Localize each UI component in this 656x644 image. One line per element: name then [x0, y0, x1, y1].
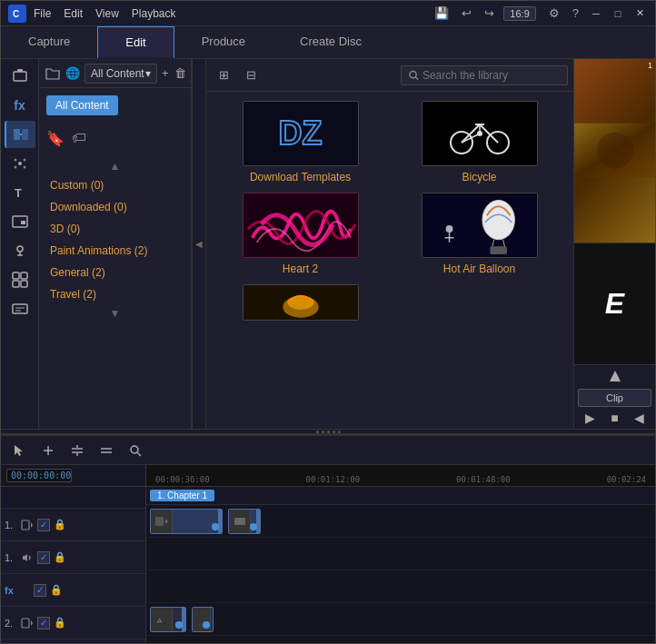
svg-point-10	[14, 166, 16, 169]
menu-edit[interactable]: Edit	[64, 7, 83, 20]
track-1-lock[interactable]: 🔒	[54, 519, 66, 530]
tab-produce[interactable]: Produce	[174, 26, 273, 58]
clip-thumb-1	[151, 510, 173, 533]
time-start-input[interactable]: 00:00:00:00	[6, 469, 72, 482]
track-1a-check[interactable]	[37, 551, 50, 564]
zoom-timeline-btn[interactable]	[124, 440, 146, 461]
collapse-btn[interactable]	[95, 440, 117, 461]
sidebar-subtitle-icon[interactable]	[5, 295, 35, 322]
grid-layout-btn[interactable]: ⊞	[212, 64, 235, 86]
step-back-button[interactable]: ◀	[634, 411, 644, 425]
stop-button[interactable]: ■	[611, 411, 618, 425]
sidebar-audio-icon[interactable]	[5, 237, 35, 264]
tab-create-disc[interactable]: Create Disc	[273, 26, 389, 58]
grid-item-heart2[interactable]: Heart 2	[215, 193, 385, 275]
delete-btn[interactable]: 🗑	[174, 63, 187, 84]
track-1a-row	[146, 538, 655, 570]
thumb-balloon	[422, 193, 538, 258]
content-dropdown[interactable]: All Content ▾	[84, 64, 157, 84]
preview-thumb-1: 1	[574, 59, 655, 243]
filter-sidebar-header: All Content	[39, 88, 191, 123]
svg-marker-50	[15, 445, 23, 456]
minimize-button[interactable]: ─	[588, 5, 604, 22]
svg-rect-18	[13, 272, 19, 279]
svg-point-8	[14, 159, 16, 162]
list-layout-btn[interactable]: ⊟	[239, 64, 263, 86]
expand-track-btn[interactable]	[66, 440, 88, 461]
clip-info-dot-2a	[175, 621, 183, 629]
redo-icon[interactable]: ↪	[481, 5, 498, 22]
svg-rect-14	[21, 221, 25, 224]
filter-paint-animations[interactable]: Paint Animations (2)	[39, 240, 191, 262]
clip-button[interactable]: Clip	[578, 389, 651, 407]
svg-marker-62	[31, 522, 33, 528]
menu-view[interactable]: View	[95, 7, 119, 20]
grid-item-item3[interactable]	[215, 284, 385, 321]
search-input[interactable]	[422, 69, 560, 82]
svg-point-48	[597, 133, 633, 169]
track-fx-check[interactable]	[34, 584, 46, 597]
filter-scroll-down[interactable]: ▼	[39, 305, 191, 322]
label-balloon: Hot Air Balloon	[443, 263, 515, 275]
select-tool-btn[interactable]	[8, 440, 30, 461]
tab-capture[interactable]: Capture	[1, 26, 97, 58]
ruler-marks: 00:00:36:00 00:01:12:00 00:01:48:00 00:0…	[146, 475, 655, 484]
save-icon[interactable]: 💾	[431, 5, 452, 22]
sidebar-fx-icon[interactable]: fx	[5, 92, 35, 119]
track-clip-1a[interactable]	[150, 509, 223, 534]
track-2-check[interactable]	[37, 617, 50, 629]
filter-downloaded[interactable]: Downloaded (0)	[39, 196, 191, 218]
track-row-1-audio: 1. 🔒	[1, 541, 145, 574]
track-clip-2b[interactable]	[192, 607, 214, 632]
filter-travel[interactable]: Travel (2)	[39, 283, 191, 305]
grid-item-balloon[interactable]: Hot Air Balloon	[394, 193, 564, 275]
maximize-button[interactable]: □	[610, 5, 626, 22]
sidebar-transitions-icon[interactable]	[5, 121, 35, 148]
track-1-check[interactable]	[37, 519, 50, 531]
filter-3d[interactable]: 3D (0)	[39, 218, 191, 240]
tab-edit[interactable]: Edit	[97, 26, 174, 59]
track-1a-lock[interactable]: 🔒	[54, 551, 66, 563]
track-2-lock[interactable]: 🔒	[54, 617, 66, 629]
sidebar-grid-icon[interactable]	[5, 266, 35, 293]
clip-resize-1[interactable]	[218, 510, 222, 533]
chapter-row-timeline: 1. Chapter 1	[146, 487, 655, 505]
collapse-handle[interactable]: ◀	[192, 59, 206, 429]
track-row-fx: fx 🔒	[1, 574, 145, 607]
aspect-ratio[interactable]: 16:9	[503, 6, 535, 21]
menu-playback[interactable]: Playback	[132, 7, 176, 20]
filter-general[interactable]: General (2)	[39, 262, 191, 283]
add-btn[interactable]: +	[161, 63, 170, 84]
grid-view-btn[interactable]: 🌐	[65, 63, 81, 84]
track-2-row: A	[146, 603, 655, 636]
undo-icon[interactable]: ↩	[458, 5, 475, 22]
svg-rect-36	[422, 193, 537, 258]
sidebar-particles-icon[interactable]	[5, 150, 35, 177]
filter-list: ▲ Custom (0) Downloaded (0) 3D (0) Paint…	[39, 154, 191, 429]
track-fx-lock[interactable]: 🔒	[50, 584, 63, 596]
sidebar-capture-icon[interactable]	[5, 63, 35, 90]
triangle-up-icon	[608, 369, 622, 383]
grid-item-download-templates[interactable]: DZ Download Templates	[215, 101, 385, 183]
svg-rect-67	[234, 518, 245, 525]
settings-icon[interactable]: ⚙	[545, 5, 563, 22]
play-button[interactable]: ▶	[585, 411, 595, 425]
folder-icon-btn[interactable]	[45, 63, 61, 84]
sidebar-text-icon[interactable]: T	[5, 179, 35, 206]
svg-rect-2	[14, 72, 26, 81]
all-content-button[interactable]: All Content	[46, 95, 118, 115]
filter-custom[interactable]: Custom (0)	[39, 174, 191, 196]
sidebar-pip-icon[interactable]	[5, 208, 35, 235]
trim-tool-btn[interactable]	[37, 440, 59, 461]
grid-item-bicycle[interactable]: Bicycle	[394, 101, 564, 183]
clip-resize-1b[interactable]	[256, 510, 260, 533]
thumb-download-templates: DZ	[243, 101, 359, 166]
filter-sidebar: 🌐 All Content ▾ + 🗑 ✏ All Content 🔖 🏷	[39, 59, 192, 429]
track-clip-2a[interactable]: A	[150, 607, 186, 632]
close-button[interactable]: ✕	[631, 5, 648, 22]
clip-resize-2a[interactable]	[182, 608, 185, 631]
filter-scroll-up[interactable]: ▲	[39, 158, 191, 174]
menu-file[interactable]: File	[34, 7, 51, 20]
track-clip-1b[interactable]	[228, 509, 261, 534]
help-icon[interactable]: ?	[569, 5, 582, 22]
